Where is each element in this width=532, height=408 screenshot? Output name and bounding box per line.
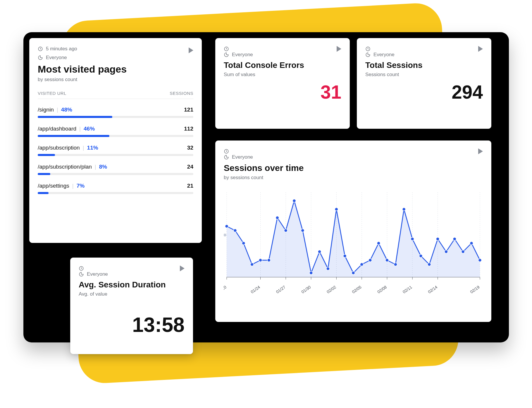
- clock-icon: [224, 149, 229, 154]
- clock-icon: [224, 46, 229, 52]
- svg-point-42: [453, 237, 456, 241]
- svg-point-21: [276, 216, 279, 220]
- progress-bar: [38, 116, 193, 118]
- timestamp: 5 minutes ago: [46, 46, 77, 52]
- svg-point-16: [233, 229, 237, 232]
- url-percent: 11%: [87, 145, 98, 151]
- svg-point-37: [411, 237, 414, 241]
- card-title: Total Sessions: [365, 61, 483, 70]
- svg-text:02/14: 02/14: [427, 284, 438, 294]
- progress-bar: [38, 192, 193, 194]
- play-icon[interactable]: [478, 46, 483, 52]
- segment-icon: [224, 155, 229, 160]
- svg-point-15: [225, 225, 228, 228]
- url-list: /signin|48%121/app/dashboard|46%112/app/…: [38, 107, 193, 194]
- svg-point-31: [360, 263, 363, 266]
- url-path: /app/subscription: [38, 145, 80, 151]
- svg-point-30: [352, 271, 355, 275]
- svg-point-27: [326, 267, 330, 270]
- svg-point-32: [369, 259, 372, 262]
- url-row[interactable]: /app/settings|7%21: [38, 183, 193, 194]
- play-icon[interactable]: [189, 47, 193, 53]
- svg-text:02/08: 02/08: [376, 284, 388, 294]
- svg-point-26: [318, 250, 321, 253]
- svg-point-46: [224, 234, 226, 236]
- svg-text:01/30: 01/30: [300, 284, 311, 294]
- svg-point-39: [428, 263, 431, 266]
- url-path: /app/subscription/plan: [38, 164, 92, 170]
- card-avg-duration: Everyone Avg. Session Duration Avg. of v…: [70, 258, 193, 354]
- svg-point-23: [292, 199, 296, 203]
- play-icon[interactable]: [180, 265, 185, 271]
- card-most-visited: 5 minutes ago Everyone Most visited page…: [29, 38, 202, 243]
- clock-icon: [38, 46, 43, 52]
- column-header-url: VISITED URL: [38, 91, 66, 96]
- url-count: 32: [187, 145, 193, 151]
- svg-point-33: [377, 242, 380, 245]
- audience-label: Everyone: [232, 52, 253, 58]
- url-path: /app/dashboard: [38, 126, 76, 132]
- svg-point-25: [309, 271, 313, 275]
- progress-bar: [38, 173, 193, 175]
- svg-point-44: [470, 242, 473, 245]
- svg-text:01/20: 01/20: [224, 284, 227, 294]
- url-row[interactable]: /app/dashboard|46%112: [38, 126, 193, 137]
- duration-value: 13:58: [79, 315, 185, 335]
- url-percent: 7%: [77, 183, 85, 189]
- svg-point-36: [402, 208, 406, 211]
- card-title: Most visited pages: [38, 64, 193, 75]
- segment-icon: [38, 55, 43, 60]
- card-title: Total Console Errors: [224, 61, 341, 70]
- progress-bar: [38, 135, 193, 137]
- svg-point-22: [284, 229, 287, 232]
- url-path: /app/settings: [38, 183, 69, 189]
- svg-point-35: [394, 263, 397, 266]
- play-icon[interactable]: [478, 148, 483, 154]
- url-path: /signin: [38, 107, 54, 113]
- svg-point-38: [419, 254, 422, 258]
- svg-text:02/05: 02/05: [351, 284, 362, 294]
- segment-icon: [79, 272, 84, 277]
- svg-point-18: [250, 263, 254, 266]
- card-subtitle: by sessions count: [38, 77, 193, 83]
- card-sessions-over-time: Everyone Sessions over time by sessions …: [215, 140, 491, 322]
- audience-label: Everyone: [87, 271, 108, 277]
- svg-point-19: [259, 259, 262, 262]
- errors-value: 31: [224, 83, 341, 102]
- url-count: 112: [184, 126, 193, 132]
- url-count: 24: [187, 164, 193, 170]
- svg-text:01/24: 01/24: [250, 284, 261, 294]
- card-subtitle: Sum of values: [224, 72, 341, 78]
- card-title: Sessions over time: [224, 163, 483, 173]
- audience-label: Everyone: [232, 154, 253, 160]
- svg-point-41: [445, 250, 448, 253]
- card-subtitle: Sessions count: [365, 72, 483, 78]
- svg-point-45: [478, 259, 481, 262]
- card-subtitle: by sessions count: [224, 175, 483, 181]
- url-percent: 48%: [61, 107, 72, 113]
- segment-icon: [224, 52, 229, 57]
- svg-text:02/02: 02/02: [326, 284, 337, 294]
- sessions-chart: 01/2001/2401/2701/3002/0202/0502/0802/11…: [224, 189, 483, 301]
- url-row[interactable]: /app/subscription|11%32: [38, 145, 193, 156]
- column-header-sessions: SESSIONS: [170, 91, 193, 96]
- audience-label: Everyone: [373, 52, 395, 58]
- play-icon[interactable]: [337, 46, 341, 52]
- url-percent: 8%: [99, 164, 107, 170]
- card-title: Avg. Session Duration: [79, 280, 185, 289]
- url-row[interactable]: /signin|48%121: [38, 107, 193, 118]
- svg-point-17: [242, 242, 245, 245]
- svg-point-40: [436, 237, 439, 241]
- card-subtitle: Avg. of value: [79, 291, 185, 297]
- svg-point-29: [343, 254, 347, 258]
- progress-bar: [38, 154, 193, 156]
- svg-point-28: [335, 208, 338, 211]
- sessions-value: 294: [365, 83, 483, 102]
- url-row[interactable]: /app/subscription/plan|8%24: [38, 164, 193, 175]
- card-total-sessions: Everyone Total Sessions Sessions count 2…: [357, 38, 491, 129]
- clock-icon: [79, 266, 84, 271]
- url-count: 121: [184, 107, 193, 113]
- url-count: 21: [187, 183, 193, 189]
- svg-point-24: [301, 229, 304, 232]
- svg-point-20: [267, 259, 271, 262]
